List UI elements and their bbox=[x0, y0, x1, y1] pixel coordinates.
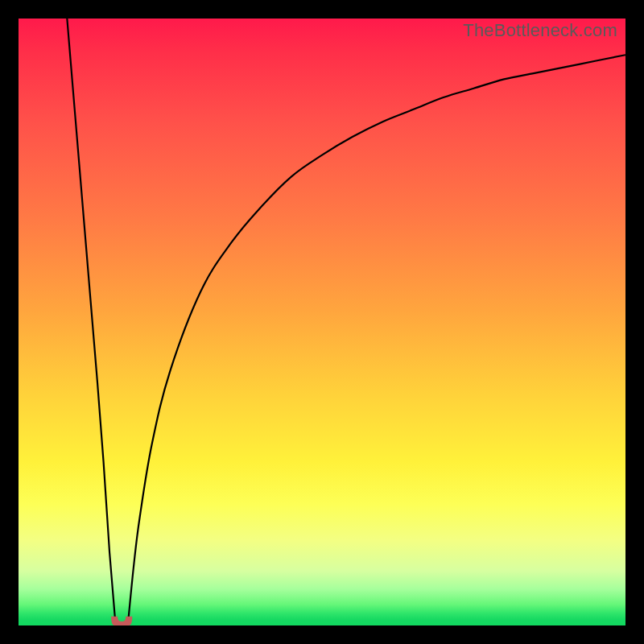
chart-frame: TheBottleneck.com bbox=[0, 0, 644, 644]
plot-area: TheBottleneck.com bbox=[19, 19, 625, 625]
curve-left-branch bbox=[67, 19, 115, 625]
watermark-text: TheBottleneck.com bbox=[463, 20, 617, 41]
curves-svg bbox=[19, 19, 625, 625]
u-shaped-marker bbox=[111, 615, 132, 625]
curve-right-branch bbox=[128, 55, 625, 625]
